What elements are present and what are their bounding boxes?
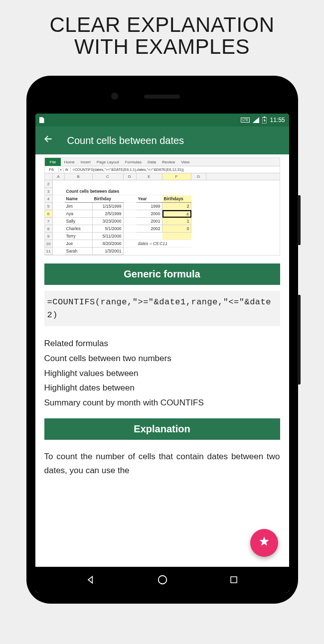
related-item[interactable]: Highlight values between	[44, 366, 280, 381]
marketing-heading: CLEAR EXPLANATION WITH EXAMPLES	[0, 0, 324, 67]
col-B: B	[65, 173, 93, 180]
col-G: G	[191, 173, 206, 180]
row-num: 3	[45, 188, 53, 195]
app-bar: Count cells between dates	[35, 127, 289, 154]
cell-birthday: 5/11/2000	[93, 233, 124, 240]
fx-label: fx	[64, 167, 71, 172]
related-item[interactable]: Highlight dates between	[44, 381, 280, 395]
cell-count-selected: 4	[162, 210, 191, 218]
cell-name: Sally	[65, 218, 93, 225]
row-num: 7	[45, 218, 53, 225]
cell-name: Sarah	[65, 248, 93, 255]
cell-year: 2001	[137, 218, 162, 225]
status-left	[39, 117, 44, 123]
formula-bar: F6 ▾ fx =COUNTIFS(dates,">="&DATE(E6,1,1…	[45, 166, 280, 173]
cell-birthday: 8/20/2000	[93, 240, 124, 248]
ribbon-tab-file: File	[45, 158, 61, 166]
marketing-line1: CLEAR EXPLANATION	[10, 14, 314, 36]
row-num: 2	[45, 180, 53, 188]
svg-rect-3	[231, 577, 237, 583]
column-headers: A B C D E F G	[45, 173, 280, 180]
cell-birthday: 3/23/2000	[93, 218, 124, 225]
row-num: 9	[45, 233, 53, 240]
cell-birthday: 5/1/2000	[93, 225, 124, 233]
svg-rect-1	[264, 117, 265, 118]
cell-birthday: 1/15/1999	[93, 203, 124, 210]
content-area[interactable]: File Home Insert Page Layout Formulas Da…	[35, 154, 289, 567]
cell-count: 2	[162, 203, 191, 210]
cell-name: Aya	[65, 210, 93, 218]
section-generic-formula: Generic formula	[44, 263, 280, 285]
col-E: E	[137, 173, 162, 180]
related-heading: Related formulas	[44, 336, 280, 351]
cell-count: 0	[162, 225, 191, 233]
hdr-year: Year	[137, 195, 162, 203]
row-num: 11	[45, 248, 53, 255]
related-item[interactable]: Summary count by month with COUNTIFS	[44, 395, 280, 410]
hdr-name: Name	[65, 195, 93, 203]
cell-year: 1999	[137, 203, 162, 210]
ribbon-tab-insert: Insert	[78, 160, 94, 164]
nav-recent-icon[interactable]	[229, 575, 238, 584]
star-icon	[258, 535, 270, 550]
cell-count: 1	[162, 218, 191, 225]
status-bar: LTE 11:55	[35, 114, 289, 127]
android-nav-bar	[35, 567, 289, 593]
phone-frame: LTE 11:55 Count cells between dates File	[26, 76, 298, 604]
ribbon-tab-pagelayout: Page Layout	[94, 160, 122, 164]
status-time: 11:55	[270, 117, 285, 124]
namebox-dropdown-icon: ▾	[59, 168, 64, 172]
hdr-birthday: Birthday	[93, 195, 124, 203]
cell-year: 2002	[137, 225, 162, 233]
nav-back-icon[interactable]	[86, 575, 96, 585]
col-D: D	[124, 173, 137, 180]
excel-screenshot: File Home Insert Page Layout Formulas Da…	[44, 157, 280, 256]
cell-birthday: 2/5/1999	[93, 210, 124, 218]
row-num: 8	[45, 225, 53, 233]
back-button[interactable]	[43, 134, 53, 147]
formula-code: =COUNTIFS(range,">="&date1,range,"<="&da…	[44, 291, 280, 326]
section-explanation: Explanation	[44, 418, 280, 440]
phone-side-button	[298, 295, 301, 385]
cell-name: Terry	[65, 233, 93, 240]
range-note: dates = C5:C11	[137, 240, 191, 248]
cell-name: Jim	[65, 203, 93, 210]
ribbon-tab-home: Home	[61, 160, 77, 164]
marketing-line2: WITH EXAMPLES	[10, 36, 314, 58]
ribbon-tab-formulas: Formulas	[122, 160, 145, 164]
phone-camera	[111, 93, 118, 100]
cell-name: Joe	[65, 240, 93, 248]
row-num: 10	[45, 240, 53, 248]
formula-text: =COUNTIFS(dates,">="&DATE(E6,1,1),dates,…	[71, 167, 280, 172]
svg-point-2	[159, 576, 167, 584]
related-block: Related formulas Count cells between two…	[44, 336, 280, 410]
col-A: A	[53, 173, 65, 180]
status-right: LTE 11:55	[241, 117, 285, 124]
sheet-title: Count cells between dates	[65, 188, 164, 195]
nav-home-icon[interactable]	[157, 574, 168, 585]
row-num: 4	[45, 195, 53, 203]
col-C: C	[93, 173, 124, 180]
signal-icon	[253, 117, 259, 123]
row-num: 5	[45, 203, 53, 210]
phone-speaker	[144, 95, 180, 99]
namebox: F6	[45, 167, 59, 172]
phone-screen: LTE 11:55 Count cells between dates File	[35, 114, 289, 593]
phone-side-button	[298, 195, 301, 245]
col-F: F	[162, 173, 191, 180]
sd-card-icon	[39, 117, 44, 123]
cell-year: 2000	[137, 210, 162, 218]
excel-ribbon: File Home Insert Page Layout Formulas Da…	[45, 158, 280, 166]
cell-birthday: 1/3/2001	[93, 248, 124, 255]
sheet-grid: 2 3 Count cells between dates 4 Name Bir…	[45, 180, 280, 255]
related-item[interactable]: Count cells between two numbers	[44, 351, 280, 366]
ribbon-tab-view: View	[178, 160, 192, 164]
ribbon-tab-data: Data	[145, 160, 159, 164]
row-num: 6	[45, 210, 53, 218]
ribbon-tab-review: Review	[159, 160, 178, 164]
battery-charging-icon	[262, 117, 267, 124]
cell-name: Charles	[65, 225, 93, 233]
hdr-birthdays: Birthdays	[162, 195, 191, 203]
app-bar-title: Count cells between dates	[67, 135, 184, 146]
favorite-fab[interactable]	[250, 529, 278, 557]
